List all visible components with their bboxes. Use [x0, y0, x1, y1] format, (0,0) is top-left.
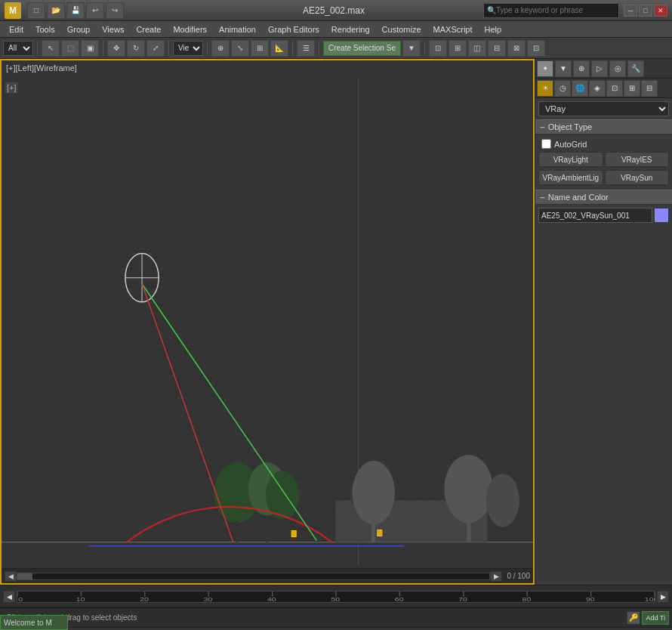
menu-help[interactable]: Help	[479, 21, 508, 37]
extra-btn-6[interactable]: ⊡	[527, 40, 545, 57]
add-time-btn[interactable]: Add Ti	[642, 611, 669, 625]
svg-rect-28	[5, 82, 18, 94]
menu-animation[interactable]: Animation	[213, 21, 262, 37]
menu-group[interactable]: Group	[61, 21, 97, 37]
scroll-left-btn[interactable]: ◀	[5, 571, 17, 582]
vray-dropdown[interactable]: VRay Standard Mental Ray	[538, 101, 669, 116]
panel-tab-modify[interactable]: ▼	[555, 60, 572, 77]
align-btn[interactable]: ⊞	[251, 40, 269, 57]
open-btn[interactable]: 📂	[47, 2, 65, 19]
select-region-btn[interactable]: ⬚	[61, 40, 79, 57]
select-tool-btn[interactable]: ↖	[42, 40, 60, 57]
extra-btn-4[interactable]: ⊟	[488, 40, 506, 57]
timeline-scroll-right[interactable]: ▶	[657, 591, 669, 603]
search-input[interactable]	[496, 6, 602, 14]
extra-btn-3[interactable]: ◫	[468, 40, 486, 57]
rotate-btn[interactable]: ↻	[127, 40, 145, 57]
minimize-btn[interactable]: ─	[624, 5, 637, 17]
menu-bar: Edit Tools Group Views Create Modifiers …	[0, 21, 672, 38]
subpanel-tab-1[interactable]: ☀	[537, 80, 553, 97]
menu-rendering[interactable]: Rendering	[325, 21, 376, 37]
subpanel-tab-5[interactable]: ⊡	[606, 80, 623, 97]
extra-btn-5[interactable]: ⊠	[507, 40, 526, 57]
move-btn[interactable]: ✥	[107, 40, 125, 57]
timeline-scroll-left[interactable]: ◀	[3, 591, 15, 603]
viewport-timeline: ◀ ▶ 0 / 100	[2, 568, 533, 583]
click-hint: Click or click-and-drag to select object…	[3, 613, 624, 622]
object-type-header[interactable]: – Object Type	[535, 119, 672, 134]
svg-text:30: 30	[204, 596, 213, 601]
autogrid-checkbox[interactable]	[541, 139, 551, 149]
redo-btn[interactable]: ↪	[106, 2, 124, 19]
obj-type-section: AutoGrid VRayLight VRayIES VRayAmbientLi…	[535, 134, 672, 190]
timeline-scrollbar[interactable]	[17, 573, 490, 580]
snap-btn[interactable]: 📐	[270, 40, 288, 57]
panel-tab-create[interactable]: ✦	[537, 60, 553, 77]
panel-tabs: ✦ ▼ ⊕ ▷ ◎ 🔧	[535, 59, 672, 79]
menu-graph-editors[interactable]: Graph Editors	[262, 21, 325, 37]
panel-tab-display[interactable]: ◎	[609, 60, 626, 77]
coord-select[interactable]: View	[173, 41, 203, 56]
timeline: ◀ 0 10 20 30 4	[0, 585, 672, 607]
svg-rect-0	[2, 79, 533, 565]
subpanel-tab-6[interactable]: ⊞	[624, 80, 640, 97]
subpanel-tab-3[interactable]: 🌐	[572, 80, 588, 97]
maximize-btn[interactable]: □	[639, 5, 652, 17]
svg-rect-12	[236, 520, 239, 542]
menu-views[interactable]: Views	[96, 21, 130, 37]
scroll-right-btn[interactable]: ▶	[490, 571, 502, 582]
ref-coord-btn[interactable]: ⊕	[211, 40, 230, 57]
panel-tab-utilities[interactable]: 🔧	[627, 60, 644, 77]
window-controls: ─ □ ✕	[624, 5, 667, 17]
menu-maxscript[interactable]: MAXScript	[427, 21, 479, 37]
create-sel-arrow[interactable]: ▼	[402, 40, 421, 57]
color-swatch[interactable]	[654, 208, 669, 223]
name-color-header[interactable]: – Name and Color	[535, 190, 672, 205]
svg-text:[+]: [+]	[7, 83, 17, 92]
key-icon-btn[interactable]: 🔑	[627, 611, 640, 625]
subpanel-tab-7[interactable]: ⊟	[641, 80, 658, 97]
extra-btn-1[interactable]: ⊡	[429, 40, 447, 57]
main-content: [+][Left][Wireframe]	[0, 59, 672, 585]
layer-btn[interactable]: ☰	[297, 40, 315, 57]
svg-rect-15	[467, 522, 471, 542]
panel-tab-hierarchy[interactable]: ⊕	[573, 60, 590, 77]
close-btn[interactable]: ✕	[654, 5, 667, 17]
vraysun-btn[interactable]: VRaySun	[605, 170, 670, 185]
app-logo: M	[5, 2, 21, 19]
search-box[interactable]: 🔍	[483, 3, 619, 18]
select-region2-btn[interactable]: ▣	[81, 40, 99, 57]
menu-edit[interactable]: Edit	[3, 21, 29, 37]
obj-btn-row-1: VRayLight VRayIES	[538, 150, 669, 168]
filter-select[interactable]: All	[3, 41, 33, 56]
svg-point-9	[353, 461, 395, 524]
svg-text:70: 70	[458, 596, 467, 601]
mirror-btn[interactable]: ⤡	[231, 40, 249, 57]
save-btn[interactable]: 💾	[66, 2, 85, 19]
right-panel: ✦ ▼ ⊕ ▷ ◎ 🔧 ☀ ◷ 🌐 ◈ ⊡ ⊞ ⊟ VRay Standard …	[535, 59, 672, 585]
obj-type-collapse: –	[540, 122, 545, 132]
timeline-bar[interactable]: 0 10 20 30 40 50 60 70 80 90 100	[17, 591, 655, 603]
create-selection-btn[interactable]: Create Selection Se	[323, 41, 401, 56]
panel-tab-motion[interactable]: ▷	[591, 60, 608, 77]
svg-point-6	[214, 462, 260, 523]
vrayambient-btn[interactable]: VRayAmbientLig	[538, 170, 603, 185]
menu-create[interactable]: Create	[130, 21, 167, 37]
name-field[interactable]	[538, 208, 652, 223]
new-btn[interactable]: □	[27, 2, 45, 19]
svg-text:90: 90	[586, 596, 595, 601]
menu-modifiers[interactable]: Modifiers	[167, 21, 213, 37]
scale-btn[interactable]: ⤢	[146, 40, 165, 57]
menu-customize[interactable]: Customize	[376, 21, 427, 37]
svg-point-8	[266, 471, 299, 519]
tb-divider-1	[37, 41, 38, 56]
vrayies-btn[interactable]: VRayIES	[605, 152, 670, 167]
viewport[interactable]: [+][Left][Wireframe]	[0, 59, 535, 585]
menu-tools[interactable]: Tools	[29, 21, 61, 37]
subpanel-tab-2[interactable]: ◷	[554, 80, 571, 97]
status-bar: 🔒 ⤢ ✥ X: Y: Z: Auto Key Selected All Non…	[0, 627, 672, 630]
extra-btn-2[interactable]: ⊞	[449, 40, 467, 57]
undo-btn[interactable]: ↩	[86, 2, 104, 19]
subpanel-tab-4[interactable]: ◈	[589, 80, 606, 97]
vraylight-btn[interactable]: VRayLight	[538, 152, 603, 167]
